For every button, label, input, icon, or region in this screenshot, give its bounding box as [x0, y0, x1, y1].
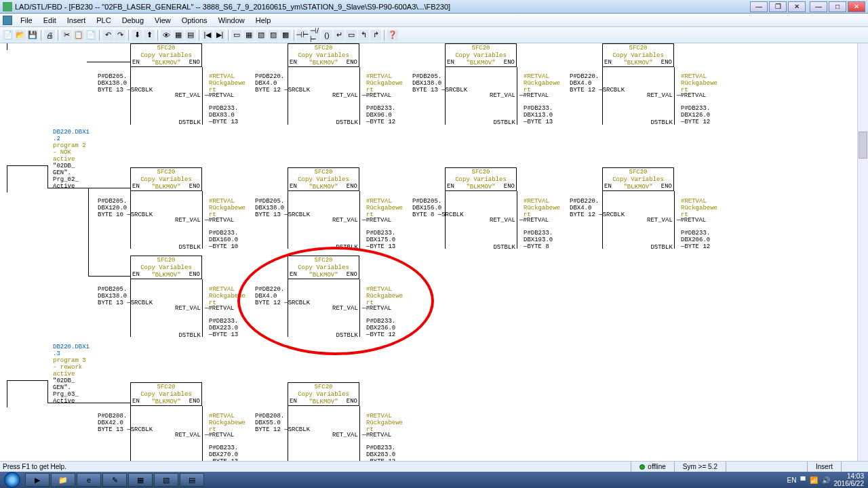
- tool-logic7[interactable]: ↱: [370, 30, 381, 41]
- sfc-block[interactable]: SFC20Copy Variables"BLKMOV" ENENO: [130, 167, 202, 191]
- sfc-block[interactable]: SFC20Copy Variables"BLKMOV" ENENO: [288, 43, 359, 67]
- tool-redo[interactable]: ↷: [115, 30, 125, 41]
- tool-upload[interactable]: ⬆: [144, 30, 155, 41]
- menu-plc[interactable]: PLC: [91, 15, 116, 26]
- tool-view5[interactable]: ▩: [280, 30, 291, 41]
- system-tray[interactable]: EN ▀ 📶 🔊 14:032016/6/22: [787, 472, 869, 487]
- tool-paste[interactable]: 📄: [85, 30, 96, 41]
- tool-save[interactable]: 💾: [27, 30, 38, 41]
- tool-undo[interactable]: ↶: [102, 30, 113, 41]
- app-icon: [3, 2, 12, 12]
- tool-view3[interactable]: ▧: [256, 30, 267, 41]
- menu-debug[interactable]: Debug: [117, 15, 149, 26]
- tool-cut[interactable]: ✂: [61, 30, 72, 41]
- sfc-block[interactable]: SFC20Copy Variables"BLKMOV" ENENO: [288, 167, 359, 191]
- titlebar: LAD/STL/FBD - [FB230 -- "02FB_LASER_GENE…: [0, 0, 868, 14]
- scroll-thumb[interactable]: [859, 131, 867, 159]
- tray-time[interactable]: 14:03: [847, 472, 864, 480]
- menubar: File Edit Insert PLC Debug View Options …: [0, 14, 868, 27]
- sfc-block[interactable]: SFC20Copy Variables"BLKMOV" ENENO: [445, 167, 517, 191]
- status-help: Press F1 to get Help.: [0, 463, 631, 470]
- sfc-block[interactable]: SFC20Copy Variables"BLKMOV" ENENO: [288, 256, 359, 279]
- vertical-scrollbar[interactable]: [857, 43, 868, 461]
- status-dot-icon: [639, 464, 645, 470]
- status-connection: offline: [631, 462, 674, 472]
- menu-view[interactable]: View: [149, 15, 176, 26]
- tool-copy[interactable]: 📋: [73, 30, 84, 41]
- menu-window[interactable]: Window: [213, 15, 250, 26]
- tool-print[interactable]: 🖨: [44, 30, 55, 41]
- menu-insert[interactable]: Insert: [62, 15, 92, 26]
- tool-view4[interactable]: ▨: [268, 30, 279, 41]
- mdi-minimize-button[interactable]: —: [750, 1, 768, 12]
- maximize-button[interactable]: □: [829, 1, 846, 12]
- window-buttons: — □ ✕: [810, 1, 865, 12]
- tool-logic2[interactable]: ⊣/⊢: [309, 30, 320, 41]
- tray-flag-icon: ▀: [800, 476, 805, 484]
- sfc-block[interactable]: SFC20Copy Variables"BLKMOV" EN ENO: [130, 43, 202, 67]
- menu-options[interactable]: Options: [176, 15, 213, 26]
- sfc-block[interactable]: SFC20Copy Variables"BLKMOV" ENENO: [130, 382, 202, 406]
- tool-whatsthis[interactable]: ❓: [387, 30, 398, 41]
- statusbar: Press F1 to get Help. offline Sym >= 5.2…: [0, 461, 868, 472]
- branch-label: DB220.DBX1 .2 program 2 - NOK active "02…: [53, 129, 90, 190]
- tool-logic4[interactable]: ↵: [334, 30, 344, 41]
- tray-date[interactable]: 2016/6/22: [834, 480, 865, 487]
- tool-logic6[interactable]: ↰: [358, 30, 369, 41]
- mdi-restore-button[interactable]: ❐: [769, 1, 787, 12]
- tool-download[interactable]: ⬇: [132, 30, 142, 41]
- branch-label: DB220.DBX1 .3 program 3 - rework active …: [53, 344, 90, 405]
- menu-icon: [3, 16, 12, 25]
- tray-net-icon: 📶: [810, 476, 818, 484]
- minimize-button[interactable]: —: [810, 1, 827, 12]
- tool-monitor[interactable]: 👁: [161, 30, 172, 41]
- tool-view1[interactable]: ▭: [231, 30, 242, 41]
- tool-block[interactable]: ▦: [173, 30, 184, 41]
- sfc-block[interactable]: SFC20Copy Variables"BLKMOV" ENENO: [445, 43, 517, 67]
- titlebar-text: LAD/STL/FBD - [FB230 -- "02FB_LASER_GENE…: [15, 3, 750, 11]
- task-app3[interactable]: ▤: [180, 473, 204, 487]
- tool-logic3[interactable]: (): [321, 30, 332, 41]
- task-simatic[interactable]: ▦: [128, 473, 153, 487]
- status-mode: Insert: [807, 462, 841, 472]
- diagram-canvas[interactable]: SFC20Copy Variables"BLKMOV" EN ENO SFC20…: [0, 43, 868, 461]
- tool-new[interactable]: 📄: [3, 30, 14, 41]
- tool-nav2[interactable]: ▶|: [214, 30, 225, 41]
- sfc-block[interactable]: SFC20Copy Variables"BLKMOV" ENENO: [602, 167, 674, 191]
- tool-view2[interactable]: ▦: [243, 30, 254, 41]
- task-app2[interactable]: ▧: [154, 473, 178, 487]
- start-button[interactable]: [4, 472, 20, 488]
- mdi-close-button[interactable]: ✕: [788, 1, 806, 12]
- tool-nav1[interactable]: |◀: [202, 30, 213, 41]
- mdi-buttons: — ❐ ✕: [750, 1, 806, 12]
- tray-lang[interactable]: EN: [787, 476, 797, 484]
- task-app1[interactable]: ✎: [102, 473, 127, 487]
- sfc-block[interactable]: SFC20Copy Variables"BLKMOV" ENENO: [288, 382, 359, 406]
- menu-help[interactable]: Help: [250, 15, 277, 26]
- tool-logic1[interactable]: ⊣⊢: [297, 30, 308, 41]
- sfc-block[interactable]: SFC20Copy Variables"BLKMOV" ENENO: [130, 256, 202, 279]
- status-sym: Sym >= 5.2: [674, 462, 726, 472]
- tool-open[interactable]: 📂: [15, 30, 26, 41]
- menu-file[interactable]: File: [15, 15, 38, 26]
- tool-logic5[interactable]: ▭: [346, 30, 357, 41]
- taskbar: ▶ 📁 e ✎ ▦ ▧ ▤ EN ▀ 📶 🔊 14:032016/6/22: [0, 472, 868, 488]
- menu-edit[interactable]: Edit: [38, 15, 62, 26]
- toolbar: 📄 📂 💾 🖨 ✂ 📋 📄 ↶ ↷ ⬇ ⬆ 👁 ▦ ▤ |◀ ▶| ▭ ▦ ▧ …: [0, 27, 868, 43]
- close-button[interactable]: ✕: [848, 1, 865, 12]
- tool-detail[interactable]: ▤: [185, 30, 196, 41]
- sfc-block[interactable]: SFC20Copy Variables"BLKMOV" ENENO: [602, 43, 674, 67]
- io-text: P#DB205.DBX138.0BYTE 13 —SRCBLK: [98, 73, 153, 94]
- task-explorer[interactable]: 📁: [51, 473, 75, 487]
- task-ie[interactable]: e: [77, 473, 101, 487]
- task-wmp[interactable]: ▶: [25, 473, 50, 487]
- tray-vol-icon: 🔊: [822, 476, 830, 484]
